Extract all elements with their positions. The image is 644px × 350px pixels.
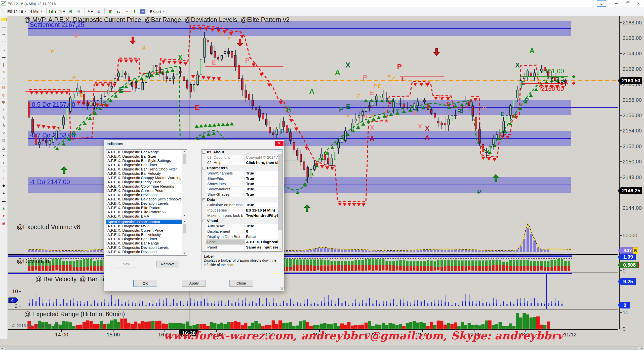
property-value[interactable]: True [245,250,278,251]
line-tool[interactable]: ― [0,23,7,31]
list-item[interactable]: A.P.E.X. Diagnostic Bar Range [106,150,182,154]
ruler-tool[interactable]: ┆┆ [0,16,7,23]
horizontal-line-tool[interactable]: ― [0,53,7,61]
list-item[interactable]: A.P.E.X. Diagnostic Bar Style Settings [106,158,182,163]
collapse-icon[interactable]: − [203,220,205,222]
list-scrollbar[interactable]: ▲▼ [182,219,187,255]
dialog-close-button[interactable]: ✕ [275,141,284,146]
fib-extension-tool[interactable]: Ƒ [0,76,7,84]
dialog-resize-grip[interactable] [280,287,284,290]
list-item[interactable]: A.P.E.X. Diagnostic Bar Trend/Chop Filte… [106,167,182,171]
property-row[interactable]: −Data [202,197,278,202]
restore-button[interactable] [622,0,633,7]
arc-tool[interactable]: ⌢ [0,152,7,159]
scroll-right-button[interactable]: ► [640,347,644,350]
property-value[interactable]: True [245,202,278,207]
arrow-down-marker-tool[interactable]: ↓ [0,174,7,182]
property-row[interactable]: Displacement0 [202,229,278,234]
property-value[interactable]: ES 12-16 (4 Min) [245,208,278,213]
volume-panel[interactable]: @Expected Volume v8 [8,221,618,255]
chart-window-button[interactable] [114,8,123,15]
chart-style-button[interactable]: ▼ [48,8,58,15]
export-menu[interactable]: Export▼ [148,9,166,14]
scrollbar-thumb[interactable] [5,347,638,350]
available-indicators-list[interactable]: A.P.E.X. Diagnostic Bar RangeA.P.E.X. Di… [106,149,187,218]
property-row[interactable]: Input seriesES 12-16 (4 Min) [202,208,278,213]
square-marker-tool[interactable]: ▬ [0,197,7,204]
property-value[interactable]: True [245,171,278,176]
ok-button[interactable]: OK [133,280,157,287]
property-value[interactable]: True [245,176,278,181]
dialog-title-bar[interactable]: Indicators ✕ [104,140,284,147]
list-item[interactable]: A.P.E.X. Diagnostic Elite Pattern [106,205,182,210]
price-axis[interactable]: 2168,002166,002164,002162,002160,002158,… [618,16,644,329]
property-row[interactable]: −Visual [202,218,278,224]
grid-scrollbar[interactable]: ▲▼ [278,150,282,251]
property-value[interactable]: True [245,224,278,229]
property-value[interactable]: Copyright © 2014 Apex I [245,155,278,160]
property-row[interactable]: Auto scaleTrue [202,224,278,229]
zoom-in-button[interactable]: ⊕ [67,8,75,15]
list-item[interactable]: A.P.E.X. Diagnostic Clarity Price [106,180,182,184]
property-value[interactable]: 0 [245,229,278,234]
property-row[interactable]: ShowChannelsTrue [202,171,278,176]
scroll-left-button[interactable]: ◄ [0,347,4,350]
rectangle-tool[interactable]: □ [0,136,7,144]
minimize-button[interactable] [611,0,622,7]
horizontal-scrollbar[interactable]: ◄ ► [0,346,644,350]
instrument-selector[interactable]: ES 12-16▼ [6,9,28,14]
list-item[interactable]: A.P.E.X. Diagnostic Elite Pattern v2 [106,210,182,214]
list-item[interactable]: A.P.E.X. Diagnostic EMA [106,214,182,218]
property-row[interactable]: Price marker(s)True [202,250,278,251]
account-button[interactable]: $ [131,8,139,15]
list-item[interactable]: A.P.E.X. Diagnostic Current Price [106,188,182,193]
list-item[interactable]: A.P.E.X. Diagnostic Deviation Levels [106,201,182,205]
property-value[interactable]: True [245,192,278,197]
scroll-up-icon[interactable]: ▲ [278,150,282,154]
fib-retracement-tool[interactable]: ≡ [0,68,7,76]
list-item[interactable]: A.P.E.X. Diagnostic Choppy Market Warnin… [106,176,182,180]
triangle-tool[interactable]: △ [0,144,7,152]
range-panel[interactable]: @ Expected Range (HiToLo, 60min) © 2016 … [8,309,618,330]
list-item[interactable]: A.P.E.X. Diagnostic Bar Style Settings [106,254,182,255]
property-value[interactable]: Same as input series [245,245,278,250]
layout-button[interactable]: L [597,1,606,7]
scroll-down-icon[interactable]: ▼ [182,214,187,218]
zoom-out-button[interactable]: ⊖ [75,8,83,15]
pitchfork-tool[interactable]: Ψ [0,99,7,106]
property-row[interactable]: ShowFibsTrue [202,176,278,181]
scroll-up-icon[interactable]: ▲ [182,150,187,154]
property-row[interactable]: Display in Data BoxFalse [202,234,278,239]
interval-selector[interactable]: 4 Min▼ [28,9,45,14]
property-row[interactable]: Maximum bars look bTwoHundredFiftySix [202,213,278,218]
property-row[interactable]: 01. CopyrightCopyright © 2014 Apex I [202,155,278,160]
close-button[interactable]: × [633,0,644,7]
list-item[interactable]: A.P.E.X. Diagnostic MVP [106,224,182,228]
property-row[interactable]: −01. About [202,150,278,155]
list-item[interactable]: ApexDiagnosticToolbarShortcut [106,220,182,224]
gann-fan-tool[interactable]: ∠ [0,106,7,114]
list-item[interactable]: A.P.E.X. Diagnostic Bar Sizer [106,154,182,158]
list-scrollbar[interactable]: ▲▼ [182,150,187,218]
property-row[interactable]: ShowMarkersTrue [202,187,278,192]
list-item[interactable]: A.P.E.X. Diagnostic Bar Timer [106,237,182,241]
property-row[interactable]: −Parameters [202,165,278,171]
vertical-line-tool[interactable]: | [0,61,7,68]
price-panel[interactable]: -0.5 Dσ 2157,00-0.7 Dσ 2153,00-1 Dσ 2147… [8,16,618,221]
ray-tool[interactable]: ―• [0,31,7,38]
list-item[interactable]: A.P.E.X. Diagnostic Deviation [106,250,182,254]
list-item[interactable]: A.P.E.X. Diagnostic Color Time Regions [106,184,182,188]
line-chart-button[interactable]: ∿ [123,8,131,15]
market-analyzer-button[interactable] [106,8,114,15]
collapse-icon[interactable]: − [203,167,205,169]
list-item[interactable]: A.P.E.X. Diagnostic Bar Velocity [106,171,182,176]
list-item[interactable]: A.P.E.X. Diagnostic Current Price [106,228,182,232]
text-tool[interactable]: T [0,159,7,167]
list-item[interactable]: A.P.E.X. Diagnostic Deviation (with cros… [106,197,182,201]
collapse-icon[interactable]: − [203,151,205,154]
apply-button[interactable]: Apply [182,280,206,287]
list-item[interactable]: A.P.E.X. Diagnostic Bar Timer [106,163,182,167]
collapse-icon[interactable]: − [203,198,205,201]
property-value[interactable]: False [245,234,278,239]
property-value[interactable]: True [245,181,278,186]
